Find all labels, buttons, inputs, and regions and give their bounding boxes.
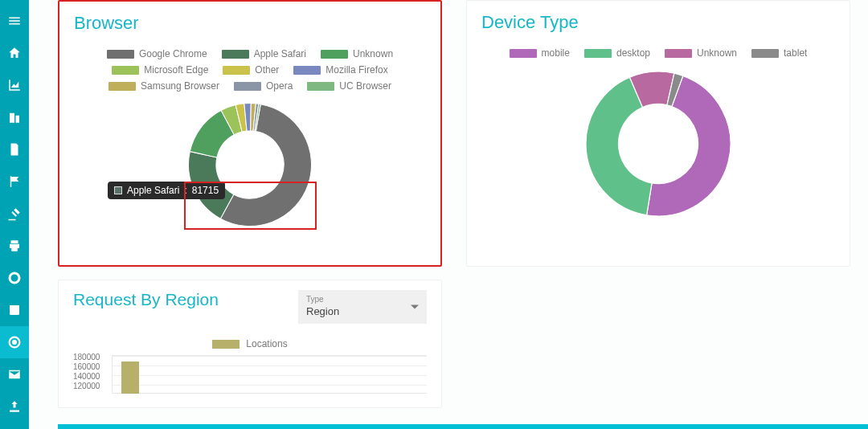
legend-item[interactable]: desktop [584, 47, 650, 59]
legend-label: Unknown [697, 47, 737, 59]
y-tick: 180000 [73, 353, 100, 362]
tooltip-value: 81715 [192, 185, 219, 196]
legend-swatch [108, 82, 136, 91]
legend-item[interactable]: Opera [234, 80, 293, 92]
device-legend[interactable]: mobiledesktopUnknowntablet [481, 47, 835, 59]
lifebuoy-icon[interactable] [0, 262, 29, 294]
legend-label: Opera [266, 80, 293, 92]
legend-swatch [234, 82, 261, 91]
legend-swatch [212, 340, 240, 349]
sidebar [0, 0, 29, 429]
legend-label: Other [255, 64, 279, 76]
legend-swatch [307, 82, 334, 91]
main-content: Browser Google ChromeApple SafariUnknown… [29, 0, 868, 429]
device-donut-chart[interactable] [578, 63, 739, 224]
legend-swatch [584, 49, 612, 58]
document-icon[interactable] [0, 133, 29, 165]
region-title: Request By Region [73, 290, 219, 309]
legend-item[interactable]: Unknown [321, 48, 393, 59]
tooltip-label: Apple Safari [127, 185, 179, 196]
y-axis: 180000 160000 140000 120000 [73, 353, 100, 391]
browser-legend[interactable]: Google ChromeApple SafariUnknownMicrosof… [74, 48, 426, 92]
legend-swatch [222, 50, 249, 59]
upload-icon[interactable] [0, 390, 29, 423]
bottom-accent [58, 424, 868, 429]
legend-swatch [107, 50, 134, 59]
home-icon[interactable] [0, 37, 29, 69]
browser-tooltip: Apple Safari: 81715 [108, 182, 225, 199]
legend-label: mobile [542, 47, 570, 59]
legend-swatch [293, 66, 321, 75]
print-icon[interactable] [0, 230, 29, 262]
legend-swatch [665, 49, 692, 58]
browser-donut-chart[interactable] [182, 96, 318, 233]
type-value: Region [306, 305, 419, 317]
y-tick: 140000 [73, 372, 100, 382]
device-title: Device Type [481, 12, 835, 33]
region-card: Request By Region Type Region Locations … [58, 280, 442, 408]
browser-card: Browser Google ChromeApple SafariUnknown… [58, 0, 442, 267]
legend-item[interactable]: Apple Safari [222, 48, 306, 59]
legend-item[interactable]: Mozilla Firefox [293, 64, 387, 76]
buildings-icon[interactable] [0, 101, 29, 133]
legend-item[interactable]: tablet [751, 47, 807, 59]
legend-label: Apple Safari [254, 48, 306, 59]
legend-item[interactable]: Microsoft Edge [112, 64, 208, 76]
legend-item[interactable]: mobile [510, 47, 570, 59]
legend-label: Microsoft Edge [144, 64, 208, 76]
legend-item[interactable]: Other [223, 64, 279, 76]
news-icon[interactable] [0, 294, 29, 326]
tooltip-swatch [114, 186, 122, 194]
region-type-select[interactable]: Type Region [298, 290, 427, 324]
legend-label: UC Browser [339, 80, 391, 92]
legend-swatch [321, 50, 348, 59]
menu-icon[interactable] [0, 5, 29, 37]
gavel-icon[interactable] [0, 198, 29, 230]
grid [112, 355, 427, 394]
flag-icon[interactable] [0, 165, 29, 198]
legend-item[interactable]: Google Chrome [107, 48, 207, 59]
target-icon[interactable] [0, 326, 29, 358]
legend-label: desktop [616, 47, 650, 59]
bar [121, 362, 139, 394]
legend-label: Samsung Browser [141, 80, 219, 92]
legend-label: Google Chrome [139, 48, 207, 59]
chart-icon[interactable] [0, 69, 29, 101]
legend-label: tablet [784, 47, 807, 59]
legend-label: Unknown [353, 48, 393, 59]
legend-swatch [510, 49, 537, 58]
legend-item[interactable]: Samsung Browser [108, 80, 219, 92]
legend-label: Locations [246, 338, 287, 349]
chevron-down-icon [411, 305, 419, 309]
legend-label: Mozilla Firefox [326, 64, 387, 76]
legend-item[interactable]: UC Browser [307, 80, 391, 92]
legend-swatch [223, 66, 250, 75]
browser-title: Browser [74, 13, 426, 34]
mail-icon[interactable] [0, 358, 29, 390]
legend-swatch [751, 49, 779, 58]
region-legend[interactable]: Locations [73, 338, 427, 349]
type-label: Type [306, 295, 419, 304]
region-bar-chart[interactable]: 180000 160000 140000 120000 [73, 353, 427, 398]
legend-swatch [112, 66, 139, 75]
y-tick: 160000 [73, 362, 100, 372]
y-tick: 120000 [73, 382, 100, 391]
legend-item[interactable]: Unknown [665, 47, 737, 59]
device-card: Device Type mobiledesktopUnknowntablet [466, 0, 850, 267]
